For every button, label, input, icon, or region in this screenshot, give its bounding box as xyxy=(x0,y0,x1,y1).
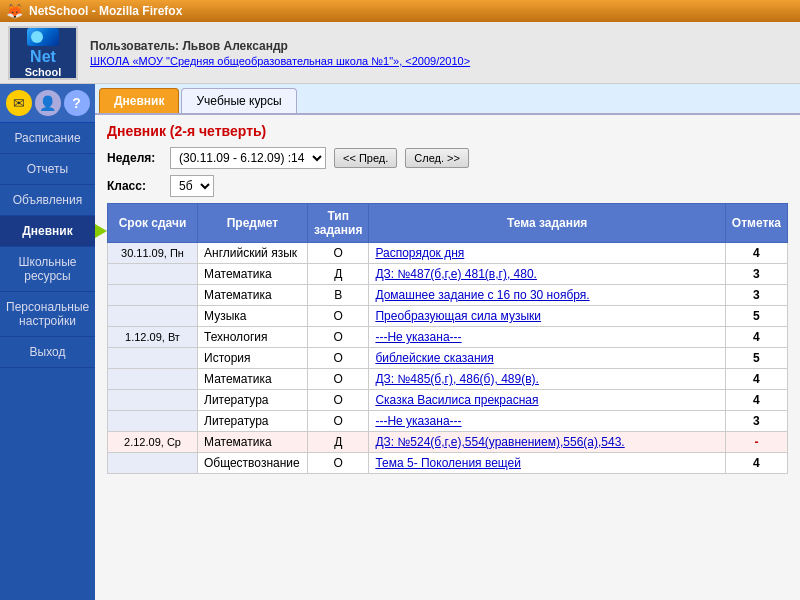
tab-courses[interactable]: Учебные курсы xyxy=(181,88,296,113)
cell-subject: Математика xyxy=(198,285,308,306)
table-row: 2.12.09, СрМатематикаДДЗ: №524(б,г,е),55… xyxy=(108,432,788,453)
sidebar-item-schedule[interactable]: Расписание xyxy=(0,123,95,154)
class-label: Класс: xyxy=(107,179,162,193)
cell-subject: Английский язык xyxy=(198,243,308,264)
sidebar-icons: ✉ 👤 ? xyxy=(0,84,95,123)
sidebar: ✉ 👤 ? Расписание Отчеты Объявления Дневн… xyxy=(0,84,95,600)
cell-subject: Музыка xyxy=(198,306,308,327)
diary-tbody: 30.11.09, ПнАнглийский языкОРаспорядок д… xyxy=(108,243,788,474)
week-selector-row: Неделя: (30.11.09 - 6.12.09) :14 << Пред… xyxy=(107,147,788,169)
sidebar-item-personal-settings[interactable]: Персональные настройки xyxy=(0,292,95,337)
sidebar-item-reports[interactable]: Отчеты xyxy=(0,154,95,185)
school-name[interactable]: ШКОЛА «МОУ "Средняя общеобразовательная … xyxy=(90,55,470,67)
titlebar: 🦊 NetSchool - Mozilla Firefox xyxy=(0,0,800,22)
cell-mark: 4 xyxy=(725,369,787,390)
cell-date xyxy=(108,390,198,411)
cell-date xyxy=(108,348,198,369)
cell-mark: 5 xyxy=(725,306,787,327)
cell-task[interactable]: Преобразующая сила музыки xyxy=(369,306,725,327)
logo-school: School xyxy=(25,66,62,78)
user-info: Пользователь: Львов Александр ШКОЛА «МОУ… xyxy=(90,39,470,67)
cell-task[interactable]: Тема 5- Поколения вещей xyxy=(369,453,725,474)
cell-subject: Технология xyxy=(198,327,308,348)
sidebar-item-exit[interactable]: Выход xyxy=(0,337,95,368)
col-header-mark: Отметка xyxy=(725,204,787,243)
cell-task[interactable]: Сказка Василиса прекрасная xyxy=(369,390,725,411)
col-header-type: Тип задания xyxy=(308,204,369,243)
cell-type: О xyxy=(308,390,369,411)
sidebar-item-diary[interactable]: Дневник xyxy=(0,216,95,247)
cell-date: 2.12.09, Ср xyxy=(108,432,198,453)
cell-task[interactable]: Домашнее задание с 16 по 30 ноября. xyxy=(369,285,725,306)
table-row: 1.12.09, ВтТехнологияО---Не указана---4 xyxy=(108,327,788,348)
cell-type: О xyxy=(308,453,369,474)
diary-table: Срок сдачи Предмет Тип задания Тема зада… xyxy=(107,203,788,474)
cell-date xyxy=(108,411,198,432)
tab-diary[interactable]: Дневник xyxy=(99,88,179,113)
cell-date xyxy=(108,453,198,474)
cell-date xyxy=(108,264,198,285)
cell-date xyxy=(108,369,198,390)
titlebar-text: NetSchool - Mozilla Firefox xyxy=(29,4,182,18)
cell-mark: 4 xyxy=(725,453,787,474)
week-select[interactable]: (30.11.09 - 6.12.09) :14 xyxy=(170,147,326,169)
cell-task[interactable]: ---Не указана--- xyxy=(369,411,725,432)
firefox-icon: 🦊 xyxy=(6,3,23,19)
cell-mark: 3 xyxy=(725,264,787,285)
cell-mark: 5 xyxy=(725,348,787,369)
page-title: Дневник (2-я четверть) xyxy=(107,123,788,139)
cell-subject: Обществознание xyxy=(198,453,308,474)
table-row: 30.11.09, ПнАнглийский языкОРаспорядок д… xyxy=(108,243,788,264)
cell-task[interactable]: библейские сказания xyxy=(369,348,725,369)
cell-type: О xyxy=(308,327,369,348)
cell-date: 1.12.09, Вт xyxy=(108,327,198,348)
sidebar-item-school-resources[interactable]: Школьные ресурсы xyxy=(0,247,95,292)
cell-mark: 4 xyxy=(725,390,787,411)
table-row: ОбществознаниеОТема 5- Поколения вещей4 xyxy=(108,453,788,474)
cell-subject: Литература xyxy=(198,390,308,411)
cell-task[interactable]: ДЗ: №524(б,г,е),554(уравнением),556(а),5… xyxy=(369,432,725,453)
class-select[interactable]: 5б xyxy=(170,175,214,197)
cell-type: О xyxy=(308,369,369,390)
cell-type: В xyxy=(308,285,369,306)
cell-date xyxy=(108,306,198,327)
cell-task[interactable]: ---Не указана--- xyxy=(369,327,725,348)
content-area: Дневник Учебные курсы Дневник (2-я четве… xyxy=(95,84,800,600)
cell-date: 30.11.09, Пн xyxy=(108,243,198,264)
col-header-date: Срок сдачи xyxy=(108,204,198,243)
table-row: ЛитератураО---Не указана---3 xyxy=(108,411,788,432)
prev-button[interactable]: << Пред. xyxy=(334,148,397,168)
cell-type: О xyxy=(308,411,369,432)
sidebar-item-announcements[interactable]: Объявления xyxy=(0,185,95,216)
logo-net: Net xyxy=(30,48,56,66)
email-icon[interactable]: ✉ xyxy=(6,90,32,116)
cell-date xyxy=(108,285,198,306)
logo: Net School xyxy=(8,26,78,80)
header: Net School Пользователь: Львов Александр… xyxy=(0,22,800,84)
cell-type: Д xyxy=(308,432,369,453)
person-icon[interactable]: 👤 xyxy=(35,90,61,116)
cell-mark: 3 xyxy=(725,411,787,432)
active-arrow-icon xyxy=(95,224,107,238)
help-icon[interactable]: ? xyxy=(64,90,90,116)
tabs-bar: Дневник Учебные курсы xyxy=(95,84,800,115)
cell-type: О xyxy=(308,243,369,264)
table-row: МузыкаОПреобразующая сила музыки5 xyxy=(108,306,788,327)
week-label: Неделя: xyxy=(107,151,162,165)
table-row: МатематикаОДЗ: №485(б,г), 486(б), 489(в)… xyxy=(108,369,788,390)
class-selector-row: Класс: 5б xyxy=(107,175,788,197)
table-row: МатематикаДДЗ: №487(б,г,е) 481(в,г), 480… xyxy=(108,264,788,285)
table-row: МатематикаВДомашнее задание с 16 по 30 н… xyxy=(108,285,788,306)
cell-mark: 3 xyxy=(725,285,787,306)
content-body: Дневник (2-я четверть) Неделя: (30.11.09… xyxy=(95,115,800,482)
cell-task[interactable]: ДЗ: №485(б,г), 486(б), 489(в). xyxy=(369,369,725,390)
cell-task[interactable]: Распорядок дня xyxy=(369,243,725,264)
next-button[interactable]: След. >> xyxy=(405,148,469,168)
cell-type: О xyxy=(308,348,369,369)
cell-mark: 4 xyxy=(725,327,787,348)
cell-type: О xyxy=(308,306,369,327)
cell-subject: Математика xyxy=(198,369,308,390)
cell-task[interactable]: ДЗ: №487(б,г,е) 481(в,г), 480. xyxy=(369,264,725,285)
user-name: Пользователь: Львов Александр xyxy=(90,39,470,53)
logo-icon xyxy=(27,28,59,46)
